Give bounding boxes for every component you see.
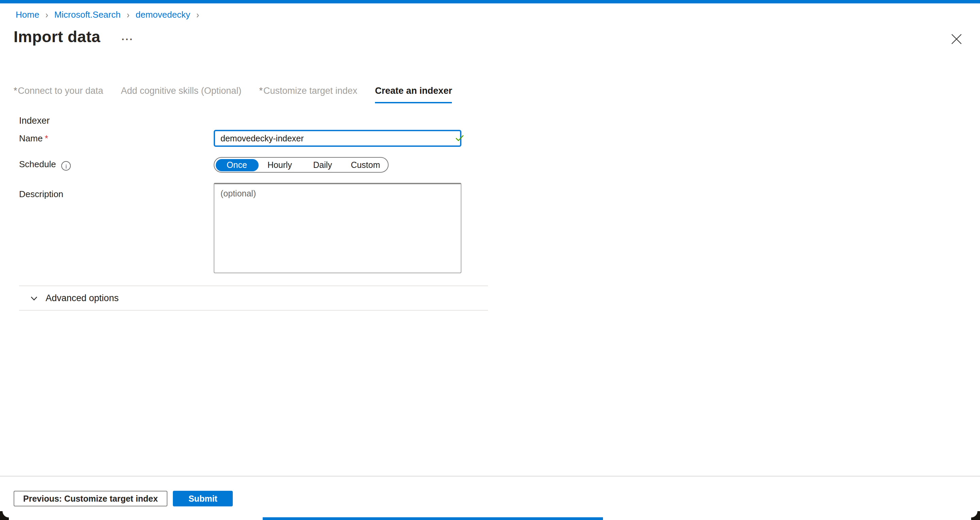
tab-label: Add cognitive skills (Optional) [121,86,241,96]
schedule-label: Schedulei [19,159,214,171]
page-header: Import data ··· [14,28,134,46]
previous-button[interactable]: Previous: Customize target index [14,491,167,506]
import-data-page: Home › Microsoft.Search › demovedecky › … [0,0,980,520]
description-textarea[interactable] [214,183,461,273]
schedule-segmented-control: Once Hourly Daily Custom [214,157,388,173]
name-label: Name* [19,133,214,143]
section-label-indexer: Indexer [19,116,490,126]
schedule-option-daily[interactable]: Daily [301,159,344,171]
close-icon [950,33,962,44]
tab-label: Connect to your data [18,86,103,96]
info-icon[interactable]: i [61,162,71,171]
wizard-tabs: *Connect to your data Add cognitive skil… [14,86,452,103]
required-marker: * [259,86,263,96]
schedule-option-hourly[interactable]: Hourly [258,159,301,171]
breadcrumb-separator-icon: › [45,9,48,20]
close-button[interactable] [950,33,962,45]
name-field-wrap [214,130,471,147]
advanced-options-label: Advanced options [46,293,119,303]
breadcrumb: Home › Microsoft.Search › demovedecky › [16,10,205,20]
schedule-option-custom[interactable]: Custom [344,159,387,171]
page-title: Import data [14,28,100,46]
tab-add-cognitive-skills[interactable]: Add cognitive skills (Optional) [121,86,241,103]
screen-corner-bottom-right [971,511,980,520]
tab-label: Create an indexer [375,86,452,96]
breadcrumb-home-link[interactable]: Home [16,10,39,20]
more-options-icon[interactable]: ··· [121,33,134,45]
tab-customize-target-index[interactable]: *Customize target index [259,86,357,103]
bottom-accent-strip [263,517,603,520]
advanced-options-toggle[interactable]: Advanced options [19,285,488,311]
tab-connect-to-your-data[interactable]: *Connect to your data [14,86,103,103]
footer-divider [0,476,980,477]
indexer-form: Indexer Name* Schedulei Once Hourly Dail… [19,116,490,311]
tab-label: Customize target index [263,86,357,96]
submit-button[interactable]: Submit [173,491,233,506]
screen-corner-bottom-left [0,511,9,520]
required-marker: * [45,133,48,143]
description-label: Description [19,183,214,199]
tab-create-an-indexer[interactable]: Create an indexer [375,86,452,103]
footer-buttons: Previous: Customize target index Submit [14,491,233,506]
form-grid: Name* Schedulei Once Hourly Daily Custom… [19,130,490,273]
indexer-name-input[interactable] [214,130,461,147]
breadcrumb-demovedecky-link[interactable]: demovedecky [135,10,190,20]
required-marker: * [14,86,18,96]
breadcrumb-separator-icon: › [196,9,199,20]
breadcrumb-separator-icon: › [127,9,129,20]
valid-check-icon [455,135,464,142]
schedule-option-once[interactable]: Once [215,159,258,171]
chevron-down-icon [30,294,38,302]
breadcrumb-search-service-link[interactable]: Microsoft.Search [54,10,121,20]
top-accent-bar [0,0,980,3]
